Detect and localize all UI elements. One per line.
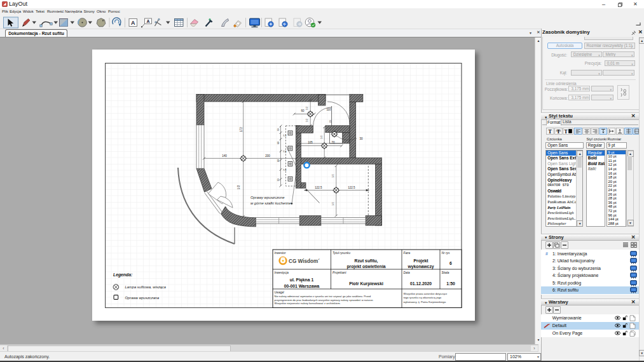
svg-text:20: 20	[329, 120, 332, 123]
svg-text:Wszystkie prawa autorskie doty: Wszystkie prawa autorskie dotyczące	[404, 292, 448, 295]
svg-text:1:50: 1:50	[446, 281, 455, 286]
svg-text:7,8: 7,8	[283, 151, 286, 153]
svg-text:60: 60	[277, 142, 280, 144]
svg-text:Piotr Kurpiewski: Piotr Kurpiewski	[349, 281, 383, 286]
svg-text:105: 105	[308, 141, 313, 144]
svg-text:tego rysunku są własnością jeg: tego rysunku są własnością jego	[404, 296, 442, 299]
svg-text:A: A	[146, 19, 149, 23]
svg-text:Data: Data	[404, 271, 410, 274]
svg-text:wykonawcy, tj. Piotra Kurpiews: wykonawcy, tj. Piotra Kurpiewskiego.	[404, 300, 447, 304]
svg-text:1/2: 1/2	[237, 185, 240, 189]
svg-text:172: 172	[240, 127, 243, 132]
svg-text:30: 30	[360, 137, 364, 140]
svg-text:ul. Piękna 1: ul. Piękna 1	[290, 278, 314, 283]
svg-text:Legenda:: Legenda:	[113, 272, 132, 278]
svg-text:Lampa sufitowa, wisząca: Lampa sufitowa, wisząca	[125, 285, 167, 289]
svg-text:1/2: 1/2	[320, 135, 323, 138]
svg-text:60: 60	[277, 159, 280, 162]
svg-text:Tytuł rysunku: Tytuł rysunku	[332, 251, 350, 255]
svg-text:Oprawy wpuszczone: Oprawy wpuszczone	[250, 196, 285, 199]
svg-text:60: 60	[301, 109, 305, 112]
svg-text:Oprawa wpuszczana: Oprawa wpuszczana	[125, 296, 160, 300]
svg-text:7,9: 7,9	[283, 135, 286, 137]
svg-text:7,8: 7,8	[283, 169, 286, 171]
svg-text:CG Wisdom´: CG Wisdom´	[289, 258, 320, 264]
svg-text:T: T	[548, 128, 552, 134]
svg-text:1/2: 1/2	[306, 119, 308, 122]
svg-text:Inwestycja: Inwestycja	[275, 271, 289, 274]
svg-text:01.12.2020: 01.12.2020	[410, 281, 432, 286]
svg-text:Inwestor: Inwestor	[275, 251, 287, 255]
svg-text:Nr rys: Nr rys	[442, 251, 450, 255]
svg-text:122.5: 122.5	[315, 186, 322, 189]
svg-text:1/2: 1/2	[332, 202, 334, 205]
svg-text:110: 110	[326, 108, 331, 111]
svg-text:T: T	[564, 128, 568, 134]
svg-text:70: 70	[331, 141, 335, 144]
svg-text:projekt oświetlenia: projekt oświetlenia	[346, 264, 385, 269]
svg-text:Uwaga!: Uwaga!	[275, 291, 285, 294]
svg-text:Projekt: Projekt	[413, 258, 428, 264]
svg-text:00-001 Warszawa: 00-001 Warszawa	[284, 284, 320, 288]
svg-text:Projektant: Projektant	[332, 271, 346, 274]
svg-text:Faza: Faza	[404, 251, 411, 255]
svg-text:122.5: 122.5	[348, 186, 355, 189]
svg-text:140: 140	[222, 154, 227, 158]
svg-text:200: 200	[265, 154, 270, 158]
svg-text:wykonawczy: wykonawczy	[407, 264, 434, 269]
svg-text:30: 30	[277, 128, 280, 131]
svg-text:A: A	[131, 20, 135, 26]
svg-text:1/2: 1/2	[306, 107, 308, 110]
svg-text:w górne szafki kuchenne: w górne szafki kuchenne	[250, 201, 292, 205]
svg-text:Skala: Skala	[442, 271, 449, 274]
svg-text:6: 6	[449, 261, 452, 265]
svg-text:Nie należy odmierzać wymiarów: Nie należy odmierzać wymiarów z rysunku …	[275, 295, 371, 298]
svg-text:T: T	[556, 128, 560, 134]
svg-text:Rzut sufitu,: Rzut sufitu,	[355, 258, 378, 264]
svg-text:przystąpieniem do prac budowla: przystąpieniem do prac budowlanych wszys…	[275, 298, 374, 302]
svg-text:Wszystkie niejasności należy k: Wszystkie niejasności należy konsultować…	[275, 302, 341, 305]
svg-text:1/2: 1/2	[332, 174, 334, 177]
svg-text:30: 30	[277, 178, 280, 181]
